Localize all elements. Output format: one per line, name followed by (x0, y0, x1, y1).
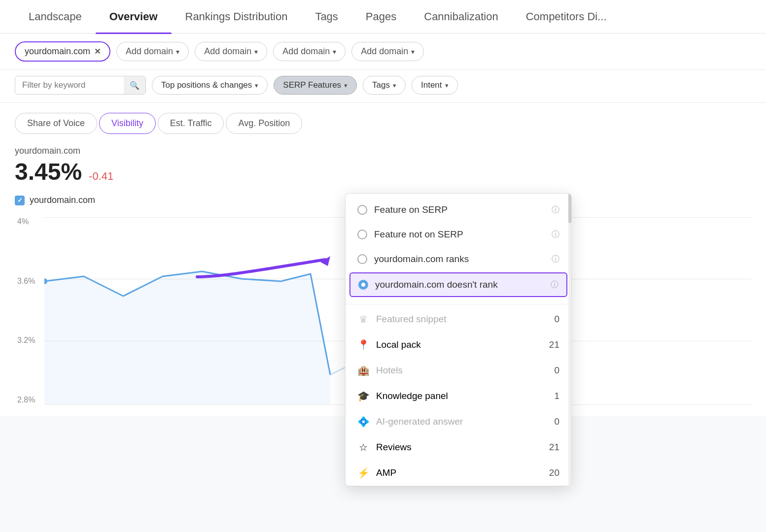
dropdown-divider (346, 304, 571, 304)
radio-label: Feature not on SERP (374, 229, 463, 240)
keyword-search-filter[interactable]: 🔍 (15, 76, 146, 95)
feature-count: 0 (554, 365, 559, 376)
radio-feature-on-serp[interactable]: Feature on SERP ⓘ (346, 198, 571, 222)
radio-button[interactable] (357, 254, 367, 264)
feature-label: AMP (376, 467, 396, 478)
tab-share-of-voice[interactable]: Share of Voice (15, 113, 97, 134)
star-icon: ☆ (357, 441, 369, 453)
radio-button[interactable] (357, 230, 367, 239)
tab-visibility[interactable]: Visibility (99, 113, 156, 134)
feature-label: AI-generated answer (376, 416, 463, 427)
y-axis-labels: 4% 3.6% 3.2% 2.8% (17, 217, 35, 404)
pin-icon: 📍 (357, 339, 369, 351)
legend-label: yourdomain.com (30, 195, 95, 205)
book-icon: 🎓 (357, 390, 369, 402)
add-domain-button-1[interactable]: Add domain ▾ (116, 42, 189, 61)
chevron-down-icon: ▾ (333, 48, 336, 56)
info-icon: ⓘ (552, 254, 559, 265)
add-domain-button-4[interactable]: Add domain ▾ (351, 42, 424, 61)
y-label-28: 2.8% (17, 396, 35, 404)
feature-count: 0 (554, 314, 559, 325)
radio-feature-not-on-serp[interactable]: Feature not on SERP ⓘ (346, 222, 571, 247)
feature-count: 20 (549, 467, 559, 478)
metric-value-display: 3.45% -0.41 (15, 158, 751, 185)
positions-filter-dropdown[interactable]: Top positions & changes ▾ (152, 76, 268, 95)
tags-filter-dropdown[interactable]: Tags ▾ (363, 76, 406, 95)
serp-feature-knowledge-panel[interactable]: 🎓 Knowledge panel 1 (346, 383, 571, 409)
chevron-down-icon: ▾ (445, 82, 449, 89)
top-nav: Landscape Overview Rankings Distribution… (0, 0, 766, 33)
close-domain-button[interactable]: ✕ (94, 47, 101, 56)
search-button[interactable]: 🔍 (124, 77, 145, 94)
crown-icon: ♛ (357, 313, 369, 325)
bolt-icon: ⚡ (357, 467, 369, 479)
y-label-36: 3.6% (17, 277, 35, 286)
feature-label: Local pack (376, 339, 421, 350)
radio-label: yourdomain.com ranks (374, 254, 469, 265)
domain-toolbar: yourdomain.com ✕ Add domain ▾ Add domain… (0, 33, 766, 70)
chevron-down-icon: ▾ (254, 48, 258, 56)
feature-count: 21 (549, 339, 559, 350)
radio-options-section: Feature on SERP ⓘ Feature not on SERP ⓘ … (346, 194, 571, 302)
radio-domain-ranks[interactable]: yourdomain.com ranks ⓘ (346, 247, 571, 271)
serp-features-filter-dropdown[interactable]: SERP Features ▾ (274, 76, 357, 95)
nav-competitors[interactable]: Competitors Di... (512, 0, 621, 34)
chevron-down-icon: ▾ (393, 82, 396, 89)
serp-feature-hotels[interactable]: 🏨 Hotels 0 (346, 358, 571, 383)
feature-label: Knowledge panel (376, 391, 448, 401)
domain-label: yourdomain.com (15, 146, 751, 156)
domain-text: yourdomain.com (25, 46, 90, 57)
serp-feature-local-pack[interactable]: 📍 Local pack 21 (346, 332, 571, 358)
feature-label: Reviews (376, 442, 412, 453)
chevron-down-icon: ▾ (255, 82, 258, 89)
nav-overview[interactable]: Overview (96, 0, 172, 34)
nav-cannibalization[interactable]: Cannibalization (410, 0, 512, 34)
tab-avg-position[interactable]: Avg. Position (226, 113, 302, 134)
feature-count: 1 (554, 391, 559, 401)
feature-label: Featured snippet (376, 314, 447, 325)
filter-row: 🔍 Top positions & changes ▾ SERP Feature… (0, 70, 766, 103)
metric-tabs: Share of Voice Visibility Est. Traffic A… (0, 103, 766, 134)
scrollbar-thumb[interactable] (568, 194, 571, 223)
feature-label: Hotels (376, 365, 403, 376)
info-icon: ⓘ (552, 205, 559, 215)
diamond-icon: 💠 (357, 416, 369, 428)
radio-domain-doesnt-rank[interactable]: yourdomain.com doesn't rank ⓘ (349, 272, 567, 297)
info-icon: ⓘ (551, 280, 558, 290)
info-icon: ⓘ (552, 230, 559, 240)
legend-checkbox[interactable] (15, 196, 25, 205)
y-label-4: 4% (17, 217, 35, 226)
y-label-32: 3.2% (17, 336, 35, 345)
serp-feature-reviews[interactable]: ☆ Reviews 21 (346, 434, 571, 460)
nav-rankings-distribution[interactable]: Rankings Distribution (172, 0, 302, 34)
radio-label: yourdomain.com doesn't rank (375, 279, 498, 290)
serp-feature-amp[interactable]: ⚡ AMP 20 (346, 460, 571, 486)
intent-filter-dropdown[interactable]: Intent ▾ (412, 76, 458, 95)
serp-features-list: ♛ Featured snippet 0 📍 Local pack 21 🏨 H… (346, 306, 571, 486)
scrollbar-track (568, 194, 571, 486)
metric-change: -0.41 (89, 170, 113, 183)
nav-tags[interactable]: Tags (301, 0, 351, 34)
radio-label: Feature on SERP (374, 204, 448, 215)
search-input[interactable] (15, 76, 124, 94)
metric-number: 3.45% (15, 158, 82, 185)
hotel-icon: 🏨 (357, 365, 369, 376)
feature-count: 0 (554, 416, 559, 427)
serp-feature-ai-answer[interactable]: 💠 AI-generated answer 0 (346, 409, 571, 434)
add-domain-button-2[interactable]: Add domain ▾ (195, 42, 267, 61)
chevron-down-icon: ▾ (411, 48, 415, 56)
feature-count: 21 (549, 442, 559, 453)
chevron-down-icon: ▾ (176, 48, 179, 56)
nav-pages[interactable]: Pages (352, 0, 410, 34)
serp-feature-featured-snippet[interactable]: ♛ Featured snippet 0 (346, 306, 571, 332)
main-content: yourdomain.com 3.45% -0.41 yourdomain.co… (0, 134, 766, 416)
add-domain-button-3[interactable]: Add domain ▾ (273, 42, 346, 61)
nav-landscape[interactable]: Landscape (15, 0, 96, 34)
chevron-down-icon: ▾ (344, 82, 348, 89)
tab-est-traffic[interactable]: Est. Traffic (158, 113, 224, 134)
radio-button-selected[interactable] (358, 280, 368, 290)
serp-features-dropdown: Feature on SERP ⓘ Feature not on SERP ⓘ … (345, 193, 572, 486)
domain-pill-primary[interactable]: yourdomain.com ✕ (15, 41, 110, 62)
radio-button[interactable] (357, 205, 367, 215)
